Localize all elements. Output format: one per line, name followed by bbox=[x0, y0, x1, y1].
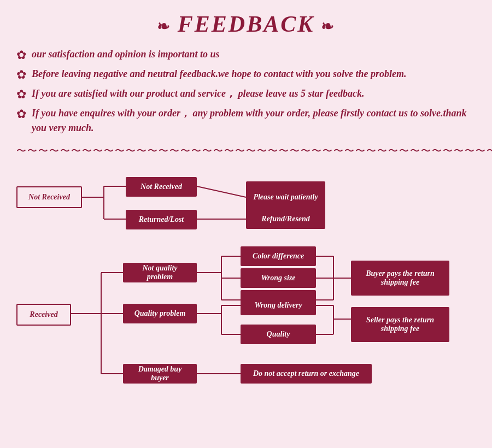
svg-line-4 bbox=[197, 186, 246, 197]
box-color-diff: Color difference bbox=[241, 246, 316, 266]
box-not-received-root: Not Received bbox=[16, 186, 82, 208]
box-received-root: Received bbox=[16, 304, 71, 326]
bullet-item-4: ✿ If you have enquires with your order， … bbox=[16, 106, 476, 135]
flowchart: Not Received Not Received Returned/Lost … bbox=[16, 166, 476, 412]
box-wrong-size: Wrong size bbox=[241, 268, 316, 288]
box-returned-lost: Returned/Lost bbox=[126, 210, 197, 229]
bullet-icon-2: ✿ bbox=[16, 68, 26, 82]
bullet-text-4: If you have enquires with your order， an… bbox=[32, 106, 476, 135]
chart-container: Not Received Not Received Returned/Lost … bbox=[16, 172, 492, 401]
bullet-section: ✿ our satisfaction and opinion is import… bbox=[16, 47, 476, 135]
page-title: FEEDBACK bbox=[150, 11, 342, 37]
box-wrong-delivery: Wrong delivery bbox=[241, 296, 316, 315]
box-quality-leaf: Quality bbox=[241, 325, 316, 344]
bullet-icon-4: ✿ bbox=[16, 107, 26, 121]
box-no-accept: Do not accept return or exchange bbox=[241, 364, 372, 384]
box-refund-resend: Refund/Resend bbox=[246, 209, 325, 229]
box-quality-problem: Quality problem bbox=[123, 304, 197, 323]
box-damaged: Damaged buy buyer bbox=[123, 364, 197, 384]
page-wrapper: FEEDBACK ✿ our satisfaction and opinion … bbox=[0, 0, 492, 428]
vine-divider: 〜〜〜〜〜〜〜〜〜〜〜〜〜〜〜〜〜〜〜〜〜〜〜〜〜〜〜〜〜〜〜〜〜〜〜〜〜〜〜〜… bbox=[16, 144, 476, 157]
box-buyer-pays: Buyer pays the return shipping fee bbox=[351, 261, 449, 296]
bullet-item-2: ✿ Before leaving negative and neutral fe… bbox=[16, 67, 476, 82]
bullet-item-3: ✿ If you are satisfied with our product … bbox=[16, 86, 476, 102]
box-not-quality: Not quality problem bbox=[123, 263, 197, 282]
bullet-text-3: If you are satisfied with our product an… bbox=[32, 86, 364, 101]
box-not-received-node: Not Received bbox=[126, 177, 197, 197]
header-section: FEEDBACK bbox=[16, 11, 476, 37]
box-please-wait: Please wait patiently bbox=[246, 181, 325, 213]
bullet-text-1: our satisfaction and opinion is importan… bbox=[32, 47, 220, 62]
bullet-icon-1: ✿ bbox=[16, 48, 26, 62]
bullet-text-2: Before leaving negative and neutral feed… bbox=[32, 67, 406, 81]
box-seller-pays: Seller pays the return shipping fee bbox=[351, 307, 449, 342]
bullet-icon-3: ✿ bbox=[16, 87, 26, 102]
bullet-item-1: ✿ our satisfaction and opinion is import… bbox=[16, 47, 476, 62]
